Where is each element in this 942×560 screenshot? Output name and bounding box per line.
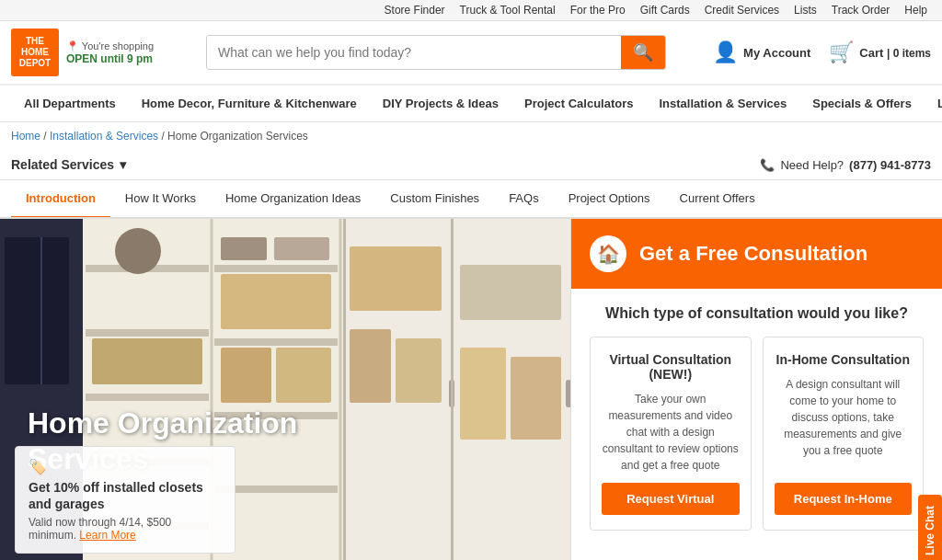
live-chat-tab[interactable]: Live Chat (918, 495, 942, 560)
related-services-bar: Related Services ▾ 📞 Need Help? (877) 94… (0, 150, 942, 180)
phone-icon: 📞 (760, 158, 775, 172)
nav-project-calculators[interactable]: Project Calculators (511, 86, 647, 121)
cart-icon: 🛒 (829, 40, 854, 64)
section-tabs: Introduction How It Works Home Organizat… (0, 180, 942, 219)
svg-rect-29 (350, 246, 442, 311)
chevron-down-icon: ▾ (120, 157, 126, 172)
search-bar[interactable]: 🔍 (206, 35, 666, 70)
svg-rect-18 (221, 237, 267, 260)
breadcrumb-current: Home Organization Services (167, 130, 308, 143)
virtual-consultation-option: Virtual Consultation (NEW!) Take your ow… (590, 337, 752, 531)
promo-detail: Valid now through 4/14, $500 minimum. Le… (29, 516, 222, 542)
breadcrumb-install[interactable]: Installation & Services (50, 130, 158, 143)
tab-home-org-ideas[interactable]: Home Organization Ideas (211, 180, 375, 219)
svg-rect-34 (511, 357, 561, 440)
search-icon: 🔍 (633, 42, 653, 63)
utility-gift-cards[interactable]: Gift Cards (640, 4, 690, 17)
cart-link[interactable]: 🛒 Cart | 0 items (829, 40, 931, 64)
svg-rect-32 (460, 265, 561, 320)
utility-help[interactable]: Help (904, 4, 927, 17)
home-depot-logo[interactable]: THEHOMEDEPOT (11, 29, 59, 76)
store-info: 📍 You're shopping OPEN until 9 pm (66, 40, 154, 65)
nav-specials[interactable]: Specials & Offers (799, 86, 925, 121)
account-icon: 👤 (713, 40, 738, 64)
tab-custom-finishes[interactable]: Custom Finishes (375, 180, 494, 219)
search-button[interactable]: 🔍 (621, 36, 665, 69)
utility-truck-rental[interactable]: Truck & Tool Rental (460, 4, 556, 17)
consultation-title: Get a Free Consultation (639, 242, 867, 266)
utility-for-pro[interactable]: For the Pro (570, 4, 626, 17)
consultation-body: Which type of consultation would you lik… (571, 289, 942, 560)
store-open: OPEN until 9 pm (66, 52, 154, 65)
nav-home-decor[interactable]: Home Decor, Furniture & Kitchenware (129, 86, 370, 121)
utility-bar: Store Finder Truck & Tool Rental For the… (0, 0, 942, 21)
breadcrumb: Home / Installation & Services / Home Or… (0, 122, 942, 150)
shopping-label: 📍 You're shopping (66, 40, 154, 52)
related-services-toggle[interactable]: Related Services ▾ (11, 157, 126, 172)
hero-section: Home Organization Services 🏷️ Get 10% of… (0, 219, 942, 560)
logo-area: THEHOMEDEPOT 📍 You're shopping OPEN unti… (11, 29, 195, 76)
tab-how-it-works[interactable]: How It Works (110, 180, 211, 219)
in-home-option-desc: A design consultant will come to your ho… (775, 376, 913, 459)
svg-rect-27 (343, 219, 346, 560)
promo-badge: 🏷️ Get 10% off installed closets and gar… (15, 446, 236, 554)
breadcrumb-home[interactable]: Home (11, 130, 40, 143)
svg-rect-9 (86, 394, 209, 401)
svg-rect-2 (5, 237, 69, 384)
svg-rect-26 (566, 380, 570, 407)
learn-more-link[interactable]: Learn More (79, 529, 135, 542)
header-actions: 👤 My Account 🛒 Cart | 0 items (713, 40, 931, 64)
svg-point-12 (115, 228, 161, 274)
virtual-option-desc: Take your own measurements and video cha… (602, 391, 740, 474)
svg-rect-19 (274, 237, 329, 260)
tab-faqs[interactable]: FAQs (494, 180, 554, 219)
need-help: 📞 Need Help? (877) 941-8773 (760, 158, 931, 172)
svg-rect-31 (396, 338, 442, 403)
tab-introduction[interactable]: Introduction (11, 180, 110, 219)
nav-all-departments[interactable]: All Departments (11, 86, 129, 121)
request-virtual-button[interactable]: Request Virtual (602, 483, 740, 515)
in-home-option-title: In-Home Consultation (776, 352, 910, 367)
hero-image: Home Organization Services 🏷️ Get 10% of… (0, 219, 570, 560)
nav-local-ad[interactable]: Local Ad (925, 86, 942, 121)
site-header: THEHOMEDEPOT 📍 You're shopping OPEN unti… (0, 21, 942, 86)
svg-rect-13 (92, 338, 202, 384)
svg-rect-30 (350, 329, 391, 403)
utility-lists[interactable]: Lists (794, 4, 817, 17)
request-in-home-button[interactable]: Request In-Home (775, 483, 913, 515)
virtual-option-title: Virtual Consultation (NEW!) (602, 352, 740, 382)
svg-rect-33 (460, 348, 506, 440)
utility-track-order[interactable]: Track Order (832, 4, 890, 17)
tab-current-offers[interactable]: Current Offers (665, 180, 770, 219)
nav-installation[interactable]: Installation & Services (646, 86, 799, 121)
svg-rect-8 (86, 329, 209, 337)
svg-rect-15 (214, 338, 338, 346)
svg-rect-22 (276, 348, 331, 403)
consultation-options: Virtual Consultation (NEW!) Take your ow… (590, 337, 924, 531)
utility-credit[interactable]: Credit Services (705, 4, 779, 17)
nav-diy[interactable]: DIY Projects & Ideas (370, 86, 511, 121)
my-account-link[interactable]: 👤 My Account (713, 40, 810, 64)
utility-store-finder[interactable]: Store Finder (385, 4, 445, 17)
promo-tag-icon: 🏷️ (29, 458, 222, 475)
search-input[interactable] (207, 36, 621, 69)
tab-project-options[interactable]: Project Options (554, 180, 665, 219)
svg-rect-28 (451, 219, 454, 560)
consultation-home-icon: 🏠 (590, 235, 626, 272)
consultation-header: 🏠 Get a Free Consultation (571, 219, 942, 289)
main-nav: All Departments Home Decor, Furniture & … (0, 86, 942, 122)
promo-title: Get 10% off installed closets and garage… (29, 479, 222, 512)
consultation-panel: 🏠 Get a Free Consultation Which type of … (570, 219, 942, 560)
svg-rect-14 (214, 265, 338, 272)
svg-rect-21 (221, 348, 271, 403)
consultation-question: Which type of consultation would you lik… (590, 305, 924, 322)
in-home-consultation-option: In-Home Consultation A design consultant… (763, 337, 925, 531)
svg-rect-20 (221, 274, 331, 329)
